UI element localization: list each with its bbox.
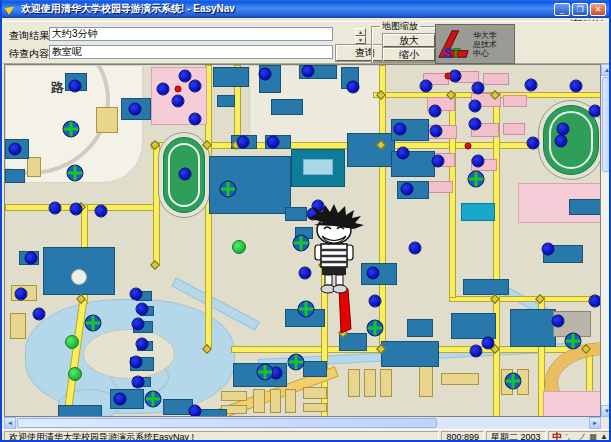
restore-button[interactable]: ❐ — [572, 3, 588, 16]
close-button[interactable]: ✕ — [590, 3, 606, 16]
poi-marker[interactable] — [369, 295, 382, 308]
poi-target-marker[interactable] — [63, 121, 80, 138]
poi-marker[interactable] — [259, 68, 272, 81]
svg-text:T: T — [452, 45, 461, 61]
poi-marker[interactable] — [172, 95, 185, 108]
zoom-out-button[interactable]: 缩小 — [383, 48, 435, 61]
poi-marker[interactable] — [401, 183, 414, 196]
poi-marker[interactable] — [15, 288, 28, 301]
poi-marker[interactable] — [420, 80, 433, 93]
poi-marker[interactable] — [114, 393, 127, 406]
poi-target-marker[interactable] — [468, 171, 485, 188]
poi-target-marker[interactable] — [220, 181, 237, 198]
poi-marker[interactable] — [237, 136, 250, 149]
scroll-right-icon[interactable]: ► — [589, 417, 601, 429]
map-shape — [221, 391, 247, 401]
poi-target-marker[interactable] — [298, 301, 315, 318]
spinner-up-icon[interactable]: ▲ — [355, 28, 366, 36]
poi-marker[interactable] — [9, 143, 22, 156]
minimize-button[interactable]: _ — [554, 3, 570, 16]
poi-marker[interactable] — [179, 168, 192, 181]
poi-marker[interactable] — [557, 123, 570, 136]
zoom-in-button[interactable]: 放大 — [383, 34, 435, 47]
map-canvas[interactable]: 路 — [4, 64, 601, 417]
poi-marker[interactable] — [129, 103, 142, 116]
poi-marker[interactable] — [429, 105, 442, 118]
poi-marker[interactable] — [130, 356, 143, 369]
ime-language-icon[interactable]: 中 — [553, 431, 563, 442]
poi-marker[interactable] — [432, 155, 445, 168]
poi-marker[interactable] — [189, 113, 202, 126]
window-title: 欢迎使用清华大学校园导游演示系统! - EasyNav — [21, 2, 554, 16]
map-shape — [303, 387, 327, 399]
poi-marker[interactable] — [25, 252, 38, 265]
poi-marker[interactable] — [472, 82, 485, 95]
scroll-down-icon[interactable]: ▼ — [601, 405, 611, 417]
poi-marker[interactable] — [589, 105, 602, 118]
ime-keyboard-icon[interactable]: ▦ — [590, 431, 598, 442]
poi-target-marker[interactable] — [145, 391, 162, 408]
poi-target-marker[interactable] — [565, 333, 582, 350]
poi-marker[interactable] — [132, 376, 145, 389]
poi-marker[interactable] — [472, 155, 485, 168]
poi-target-marker[interactable] — [85, 315, 102, 332]
spinner-down-icon[interactable]: ▼ — [355, 36, 366, 44]
poi-green-marker[interactable] — [68, 367, 82, 381]
poi-marker[interactable] — [570, 80, 583, 93]
poi-marker[interactable] — [132, 318, 145, 331]
app-window: 欢迎使用清华大学校园导游演示系统! - EasyNav _ ❐ ✕ (帮助)H … — [0, 0, 611, 442]
poi-marker[interactable] — [267, 136, 280, 149]
poi-marker[interactable] — [430, 125, 443, 138]
poi-marker[interactable] — [482, 337, 495, 350]
poi-marker[interactable] — [33, 308, 46, 321]
poi-marker[interactable] — [347, 81, 360, 94]
poi-marker[interactable] — [189, 80, 202, 93]
poi-marker[interactable] — [70, 203, 83, 216]
poi-marker[interactable] — [136, 338, 149, 351]
poi-green-marker[interactable] — [232, 240, 246, 254]
poi-marker[interactable] — [69, 80, 82, 93]
poi-marker[interactable] — [189, 405, 202, 418]
poi-marker[interactable] — [469, 118, 482, 131]
poi-marker[interactable] — [555, 135, 568, 148]
poi-marker[interactable] — [409, 242, 422, 255]
poi-marker[interactable] — [525, 79, 538, 92]
scroll-left-icon[interactable]: ◄ — [4, 417, 16, 429]
zoom-group-label: 地图缩放 — [380, 21, 420, 31]
poi-marker[interactable] — [130, 288, 143, 301]
poi-green-marker[interactable] — [65, 335, 79, 349]
ime-mark-icon[interactable]: ’。 — [566, 431, 576, 442]
poi-target-marker[interactable] — [505, 373, 522, 390]
poi-marker[interactable] — [552, 315, 565, 328]
map-shape — [83, 329, 175, 379]
poi-marker[interactable] — [49, 202, 62, 215]
ime-tray[interactable]: 中 ’。 ノ ▦ ▲ — [548, 431, 611, 442]
poi-target-marker[interactable] — [67, 165, 84, 182]
poi-marker[interactable] — [394, 123, 407, 136]
poi-marker[interactable] — [157, 83, 170, 96]
horizontal-scroll-thumb[interactable] — [17, 418, 437, 428]
scroll-up-icon[interactable]: ▲ — [601, 64, 611, 76]
map-shape — [71, 269, 87, 285]
ime-toolbar-icon[interactable]: ▲ — [600, 431, 608, 442]
query-spinner[interactable]: ▲ ▼ — [355, 28, 366, 43]
poi-marker[interactable] — [302, 65, 315, 78]
poi-target-marker[interactable] — [288, 354, 305, 371]
query-input[interactable] — [49, 45, 333, 59]
vertical-scroll-thumb[interactable] — [602, 77, 611, 172]
poi-target-marker[interactable] — [257, 364, 274, 381]
poi-marker[interactable] — [470, 345, 483, 358]
poi-target-marker[interactable] — [367, 320, 384, 337]
poi-marker[interactable] — [367, 267, 380, 280]
poi-marker[interactable] — [542, 243, 555, 256]
poi-marker[interactable] — [397, 147, 410, 160]
poi-marker[interactable] — [469, 100, 482, 113]
poi-marker[interactable] — [589, 295, 602, 308]
poi-marker[interactable] — [95, 205, 108, 218]
ime-pen-icon[interactable]: ノ — [578, 431, 586, 442]
poi-marker[interactable] — [136, 303, 149, 316]
poi-marker[interactable] — [527, 137, 540, 150]
person-character[interactable] — [301, 204, 367, 296]
vertical-scrollbar[interactable]: ▲ ▼ — [601, 64, 611, 417]
horizontal-scrollbar[interactable]: ◄ ► — [4, 417, 601, 429]
